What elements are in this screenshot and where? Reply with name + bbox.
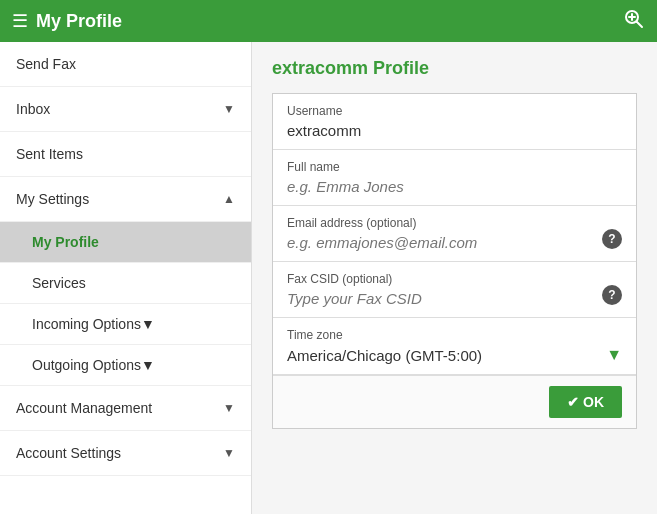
sidebar-item-inbox[interactable]: Inbox ▼ [0,87,251,132]
fax-csid-field: Fax CSID (optional) ? [273,262,636,318]
menu-icon[interactable]: ☰ [12,10,28,32]
profile-title: extracomm Profile [272,58,637,79]
timezone-label: Time zone [287,328,622,342]
timezone-selector[interactable]: America/Chicago (GMT-5:00) ▼ [287,346,622,364]
sidebar-item-my-settings[interactable]: My Settings ▲ [0,177,251,222]
profile-form: Username extracomm Full name Email addre… [272,93,637,429]
sidebar-item-services[interactable]: Services [0,263,251,304]
sidebar-item-send-fax[interactable]: Send Fax [0,42,251,87]
email-help-icon[interactable]: ? [602,229,622,249]
search-icon[interactable] [623,8,645,35]
incoming-options-arrow: ▼ [141,316,155,332]
email-input[interactable] [287,234,589,251]
main-layout: Send Fax Inbox ▼ Sent Items My Settings … [0,42,657,514]
ok-button[interactable]: ✔ OK [549,386,622,418]
inbox-arrow: ▼ [223,102,235,116]
sidebar: Send Fax Inbox ▼ Sent Items My Settings … [0,42,252,514]
timezone-dropdown-arrow[interactable]: ▼ [606,346,622,364]
fullname-label: Full name [287,160,622,174]
fax-csid-help-icon[interactable]: ? [602,285,622,305]
content-area: extracomm Profile Username extracomm Ful… [252,42,657,514]
timezone-field: Time zone America/Chicago (GMT-5:00) ▼ [273,318,636,375]
form-footer: ✔ OK [273,375,636,428]
sidebar-item-incoming-options[interactable]: Incoming Options ▼ [0,304,251,345]
sidebar-item-account-settings[interactable]: Account Settings ▼ [0,431,251,476]
fax-csid-label: Fax CSID (optional) [287,272,622,286]
my-settings-arrow: ▲ [223,192,235,206]
account-settings-arrow: ▼ [223,446,235,460]
sidebar-item-outgoing-options[interactable]: Outgoing Options ▼ [0,345,251,386]
sidebar-item-my-profile[interactable]: My Profile [0,222,251,263]
svg-line-1 [637,21,643,27]
sidebar-item-sent-items[interactable]: Sent Items [0,132,251,177]
fullname-field: Full name [273,150,636,206]
outgoing-options-arrow: ▼ [141,357,155,373]
fullname-input[interactable] [287,178,622,195]
fax-csid-input[interactable] [287,290,589,307]
email-label: Email address (optional) [287,216,622,230]
username-field: Username extracomm [273,94,636,150]
header-title: My Profile [36,11,623,32]
username-value: extracomm [287,122,622,139]
email-field: Email address (optional) ? [273,206,636,262]
account-management-arrow: ▼ [223,401,235,415]
timezone-value: America/Chicago (GMT-5:00) [287,347,482,364]
app-header: ☰ My Profile [0,0,657,42]
sidebar-item-account-management[interactable]: Account Management ▼ [0,386,251,431]
username-label: Username [287,104,622,118]
